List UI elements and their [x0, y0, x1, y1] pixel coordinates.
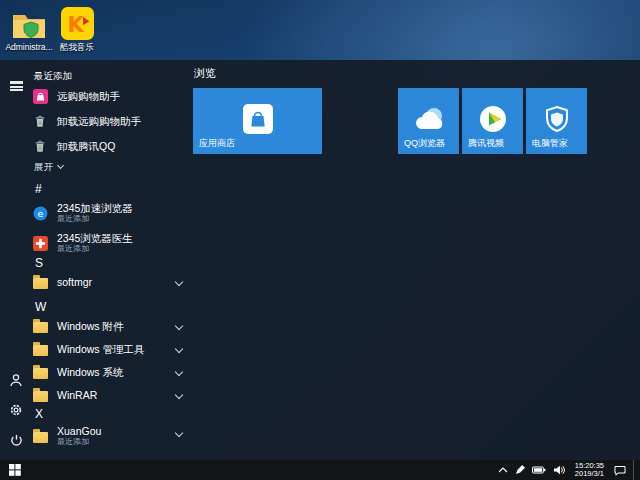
app-sub-recently-added: 最近添加: [57, 214, 133, 224]
qq-browser-cloud-icon: [413, 107, 445, 135]
letter-header-w[interactable]: W: [35, 300, 46, 314]
windows-logo-icon: [9, 464, 21, 476]
taskbar: 15:20:35 2019/3/1: [0, 460, 640, 480]
svg-text:e: e: [37, 207, 43, 218]
desktop-icon-administrator[interactable]: Administra...: [4, 6, 54, 52]
admin-folder-icon: [4, 6, 54, 40]
start-button[interactable]: [0, 460, 30, 480]
app-label: Windows 附件: [57, 320, 124, 332]
app-label: 卸载远购购物助手: [57, 115, 141, 127]
pen-icon[interactable]: [515, 465, 525, 475]
expand-label: 展开: [34, 161, 53, 172]
taskbar-clock[interactable]: 15:20:35 2019/3/1: [575, 462, 604, 479]
hamburger-menu-icon[interactable]: [8, 74, 24, 90]
app-item-windows-system[interactable]: Windows 系统: [32, 360, 186, 384]
tile-group-header[interactable]: 浏览: [194, 66, 216, 81]
folder-icon: [32, 275, 48, 289]
desktop-icon-kuwo-music[interactable]: K 酷我音乐: [52, 6, 102, 54]
desktop-icon-label: 酷我音乐: [52, 42, 102, 54]
browser-e-icon: e: [32, 206, 48, 221]
store-bag-icon: [243, 104, 273, 138]
recently-added-header: 最近添加: [34, 70, 72, 83]
expand-toggle[interactable]: 展开: [34, 161, 63, 174]
tile-label: QQ浏览器: [404, 137, 445, 150]
tile-tencent-video[interactable]: 腾讯视频: [462, 88, 523, 154]
volume-icon[interactable]: [553, 465, 565, 475]
pc-manager-shield-icon: [544, 105, 570, 137]
tray-up-arrow-icon[interactable]: [498, 467, 508, 473]
chevron-down-icon: [175, 278, 183, 286]
svg-text:K: K: [67, 12, 84, 37]
app-item-winrar[interactable]: WinRAR: [32, 383, 186, 407]
app-label: WinRAR: [57, 389, 97, 401]
chevron-down-icon: [175, 345, 183, 353]
app-label: XuanGou: [57, 425, 101, 437]
chevron-down-icon: [175, 368, 183, 376]
app-item-shopping-assistant[interactable]: 远购购物助手: [32, 84, 186, 108]
uninstall-bin-icon: [32, 139, 48, 154]
folder-icon: [32, 365, 48, 379]
start-tiles-area: 浏览 应用商店 QQ浏览器: [193, 60, 640, 460]
app-sub-recently-added: 最近添加: [57, 437, 101, 447]
app-label: 卸载腾讯QQ: [57, 140, 115, 152]
uninstall-bin-icon: [32, 114, 48, 129]
shopping-assistant-icon: [32, 89, 48, 104]
folder-icon: [32, 342, 48, 356]
tencent-video-play-icon: [479, 105, 507, 137]
app-label: Windows 系统: [57, 366, 124, 378]
app-item-xuangou[interactable]: XuanGou 最近添加: [32, 421, 186, 451]
letter-header-x[interactable]: X: [35, 407, 43, 421]
letter-header-hash[interactable]: #: [35, 182, 42, 196]
start-app-list: 最近添加 远购购物助手 卸载远购购物助手 卸载腾讯QQ: [32, 60, 188, 460]
chevron-down-icon: [175, 429, 183, 437]
desktop-icon-label: Administra...: [4, 42, 54, 52]
screen: Administra... K 酷我音乐: [0, 0, 640, 480]
doctor-cross-icon: [32, 236, 48, 251]
tile-app-store[interactable]: 应用商店: [193, 88, 322, 154]
app-sub-recently-added: 最近添加: [57, 244, 133, 254]
app-item-windows-accessories[interactable]: Windows 附件: [32, 314, 186, 338]
chevron-down-icon: [175, 322, 183, 330]
kuwo-music-icon: K: [52, 6, 102, 40]
system-tray: 15:20:35 2019/3/1: [498, 460, 640, 480]
app-label: 2345浏览器医生: [57, 232, 133, 244]
letter-header-s[interactable]: S: [35, 256, 43, 270]
app-item-uninstall-qq[interactable]: 卸载腾讯QQ: [32, 134, 186, 158]
app-label: Windows 管理工具: [57, 343, 145, 355]
power-icon[interactable]: [8, 432, 24, 448]
app-item-2345-browser[interactable]: e 2345加速浏览器 最近添加: [32, 198, 186, 228]
app-label: softmgr: [57, 276, 92, 288]
show-desktop-button[interactable]: [633, 460, 637, 480]
app-item-windows-admin-tools[interactable]: Windows 管理工具: [32, 337, 186, 361]
chevron-down-icon: [175, 391, 183, 399]
tile-label: 应用商店: [199, 137, 235, 150]
folder-icon: [32, 388, 48, 402]
clock-date: 2019/3/1: [575, 470, 604, 479]
action-center-icon[interactable]: [614, 465, 626, 476]
tile-label: 电脑管家: [532, 137, 568, 150]
tile-label: 腾讯视频: [468, 137, 504, 150]
chevron-down-icon: [57, 162, 64, 169]
app-label: 2345加速浏览器: [57, 202, 133, 214]
app-item-softmgr[interactable]: softmgr: [32, 270, 186, 294]
settings-gear-icon[interactable]: [8, 402, 24, 418]
folder-icon: [32, 319, 48, 333]
tile-qq-browser[interactable]: QQ浏览器: [398, 88, 459, 154]
user-account-icon[interactable]: [8, 372, 24, 388]
start-menu: 最近添加 远购购物助手 卸载远购购物助手 卸载腾讯QQ: [0, 60, 640, 460]
folder-icon: [32, 429, 48, 443]
app-label: 远购购物助手: [57, 90, 120, 102]
tile-pc-manager[interactable]: 电脑管家: [526, 88, 587, 154]
battery-icon[interactable]: [532, 466, 546, 474]
start-left-rail: [0, 60, 30, 460]
app-item-uninstall-shopping-assistant[interactable]: 卸载远购购物助手: [32, 109, 186, 133]
app-item-2345-doctor[interactable]: 2345浏览器医生 最近添加: [32, 228, 186, 258]
